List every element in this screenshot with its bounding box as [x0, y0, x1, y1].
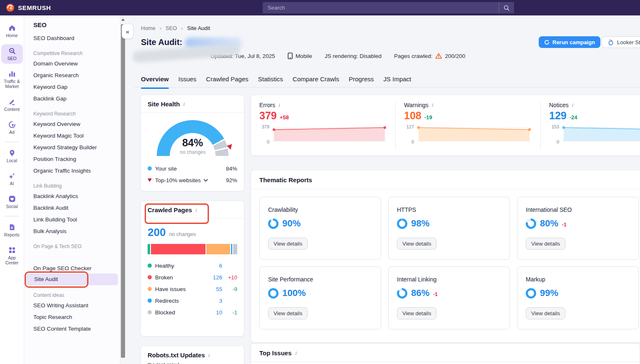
info-icon[interactable]: i [183, 101, 185, 107]
legend-row-broken: Broken 126 +10 [148, 271, 237, 283]
audit-meta-row: Updated: Tue, Jul 8, 2025 Mobile JS rend… [211, 52, 465, 60]
view-details-button[interactable]: View details [526, 307, 565, 319]
sidebar-item-bulk-analysis[interactable]: Bulk Analysis [33, 226, 120, 237]
bar-segment-redirects[interactable] [231, 244, 232, 254]
sidebar-item-keyword-overview[interactable]: Keyword Overview [33, 118, 120, 130]
tab-statistics[interactable]: Statistics [258, 73, 283, 87]
info-icon[interactable]: i [295, 350, 296, 356]
tab-issues[interactable]: Issues [178, 73, 196, 87]
sidebar-item-backlink-audit[interactable]: Backlink Audit [33, 202, 120, 214]
crawled-pages-total[interactable]: 200 [148, 226, 166, 239]
notices-count[interactable]: 129 [549, 110, 567, 122]
blocked-dot-icon [148, 310, 152, 314]
sidebar-item-seo-writing-assistant[interactable]: SEO Writing Assistant [33, 300, 120, 311]
top-issues-card: Top Issues i [251, 343, 640, 364]
view-details-button[interactable]: View details [397, 238, 437, 250]
info-icon[interactable]: i [278, 102, 280, 108]
benchmark-marker-icon [226, 143, 232, 150]
sidebar-item-onpage-seo-checker[interactable]: On Page SEO Checker [33, 263, 120, 274]
rail-item-app-center[interactable]: App Center [1, 244, 23, 268]
sidebar-item-keyword-magic-tool[interactable]: Keyword Magic Tool [33, 130, 120, 142]
sidebar-item-position-tracking[interactable]: Position Tracking [33, 153, 120, 165]
crawled-pages-title: Crawled Pages [148, 206, 192, 213]
legend-row-blocked: Blocked 10 -1 [148, 306, 237, 318]
rail-item-ai[interactable]: AI [1, 169, 23, 189]
tab-compare-crawls[interactable]: Compare Crawls [293, 73, 339, 87]
warning-icon[interactable] [435, 53, 442, 59]
sidebar-item-seo-dashboard[interactable]: SEO Dashboard [33, 33, 120, 44]
semrush-logo[interactable]: SEMRUSH [6, 3, 51, 12]
app-grid-icon [8, 246, 16, 254]
warnings-count[interactable]: 108 [404, 110, 422, 122]
device-segment: Mobile [288, 53, 312, 59]
rail-item-reports[interactable]: Reports [1, 221, 23, 240]
info-icon[interactable]: i [208, 352, 210, 358]
bar-segment-blocked[interactable] [233, 244, 237, 254]
bar-segment-healthy[interactable] [148, 244, 150, 254]
sidebar-item-keyword-gap[interactable]: Keyword Gap [33, 81, 120, 93]
breadcrumb-seo[interactable]: SEO [166, 25, 177, 31]
tab-js-impact[interactable]: JS Impact [384, 73, 412, 87]
site-performance-donut [268, 288, 279, 299]
errors-delta: +58 [280, 114, 289, 120]
search-button[interactable] [499, 2, 514, 13]
sidebar-item-link-building-tool[interactable]: Link Building Tool [33, 214, 120, 226]
view-details-button[interactable]: View details [268, 238, 308, 250]
crawled-pages-legend: Healthy 6 Broken 126 +10 Have issues 55 … [148, 260, 237, 318]
rerun-campaign-button[interactable]: Rerun campaign [539, 36, 600, 48]
sidebar-item-seo-content-template[interactable]: SEO Content Template [33, 323, 120, 335]
markup-donut [526, 288, 536, 299]
your-site-dot-icon [148, 166, 152, 171]
sidebar-item-organic-research[interactable]: Organic Research [33, 70, 120, 81]
scrollbar-up-arrow-icon[interactable] [121, 18, 125, 21]
info-icon[interactable]: i [195, 207, 197, 213]
sparkles-icon [8, 172, 16, 180]
looker-studio-button[interactable]: Looker St [602, 36, 640, 48]
info-icon[interactable]: i [572, 102, 573, 108]
sidebar-item-site-audit-selected[interactable]: Site Audit [26, 274, 118, 285]
rail-item-local[interactable]: Local [1, 146, 23, 166]
app-rail: Home SEO Traffic & Market Content Ad Loc… [0, 15, 24, 364]
sidebar-item-topic-research[interactable]: Topic Research [33, 311, 120, 323]
tab-progress[interactable]: Progress [349, 73, 374, 87]
chevron-down-icon[interactable] [203, 179, 208, 182]
sidebar-item-backlink-gap[interactable]: Backlink Gap [33, 93, 120, 105]
bar-segment-broken[interactable] [151, 244, 205, 254]
map-pin-icon [8, 149, 16, 157]
legend-row-have-issues: Have issues 55 -9 [148, 283, 237, 295]
rail-item-content[interactable]: Content [1, 95, 23, 115]
rail-item-seo[interactable]: SEO [1, 44, 23, 64]
rail-item-ad[interactable]: Ad [1, 118, 23, 138]
https-donut [397, 218, 407, 229]
legend-row-benchmark: Top-10% websites 92% [148, 174, 237, 186]
site-health-card: Site Health i 84% no changes Your site 8… [141, 95, 244, 191]
benchmark-value: 92% [226, 177, 237, 183]
have-issues-dot-icon [148, 287, 152, 291]
view-details-button[interactable]: View details [268, 307, 308, 319]
view-details-button[interactable]: View details [526, 238, 565, 250]
info-icon[interactable]: i [432, 102, 433, 108]
chevron-right-icon: › [160, 25, 161, 31]
rail-item-social[interactable]: Social [1, 192, 23, 212]
thematic-reports-title: Thematic Reports [259, 176, 312, 183]
sidebar-item-keyword-strategy-builder[interactable]: Keyword Strategy Builder [33, 142, 120, 153]
tab-crawled-pages[interactable]: Crawled Pages [206, 73, 248, 87]
search-input[interactable]: Search [263, 5, 499, 11]
notices-trend-chart [562, 123, 640, 145]
errors-count[interactable]: 379 [259, 110, 277, 122]
sidebar-collapse-button[interactable]: « [122, 24, 133, 39]
sidebar-item-domain-overview[interactable]: Domain Overview [33, 58, 120, 70]
bar-segment-have-issues[interactable] [206, 244, 230, 254]
rail-item-home[interactable]: Home [1, 21, 23, 41]
report-doc-icon [8, 223, 16, 231]
sidebar-section-keyword-research: Keyword Research [33, 111, 120, 117]
sidebar-item-organic-traffic-insights[interactable]: Organic Traffic Insights [33, 165, 120, 177]
sidebar-item-backlink-analytics[interactable]: Backlink Analytics [33, 191, 120, 202]
sidebar-title: SEO [33, 21, 120, 28]
global-search[interactable]: Search [263, 2, 514, 13]
rail-item-traffic-market[interactable]: Traffic & Market [1, 67, 23, 92]
sidebar-scrollbar-thumb[interactable] [121, 24, 125, 358]
tab-overview[interactable]: Overview [141, 73, 169, 87]
breadcrumb-home[interactable]: Home [141, 25, 156, 31]
view-details-button[interactable]: View details [397, 307, 437, 319]
